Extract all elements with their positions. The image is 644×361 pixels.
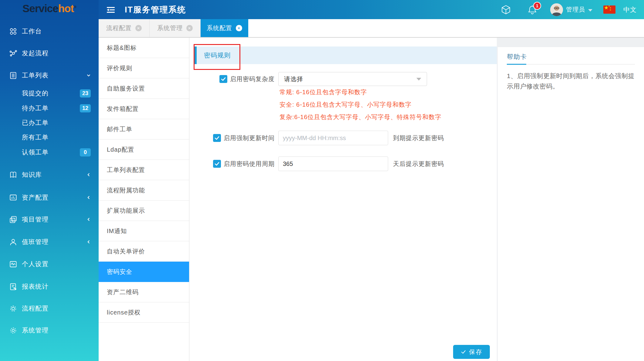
settings-item-im-notify[interactable]: IM通知: [99, 221, 189, 241]
sidebar-item-personal-settings[interactable]: 个人设置: [0, 257, 99, 271]
checkbox-enable-force-update[interactable]: [213, 134, 221, 142]
sidebar-subitem-claim[interactable]: 认领工单 0: [0, 146, 99, 159]
field-label: 启用密码复杂度: [230, 75, 275, 83]
sidebar-item-label: 系统管理: [22, 326, 49, 335]
sidebar-item-project-mgmt[interactable]: 项目管理: [0, 212, 99, 227]
settings-item-outbox[interactable]: 发件箱配置: [99, 99, 189, 119]
sidebar-subitem-todo[interactable]: 待办工单 12: [0, 102, 99, 115]
sidebar-collapse-icon[interactable]: [105, 5, 116, 15]
sidebar-subitem-done[interactable]: 已办工单: [0, 116, 99, 129]
password-cycle-days-input[interactable]: [278, 156, 388, 171]
section-header: 密码规则: [195, 46, 497, 64]
sidebar-subitem-all[interactable]: 所有工单: [0, 131, 99, 144]
settings-item-extension-display[interactable]: 扩展功能展示: [99, 201, 189, 221]
settings-item-auto-close-rating[interactable]: 自动关单评价: [99, 241, 189, 262]
settings-item-password-security[interactable]: 密码安全: [99, 262, 189, 282]
settings-item-process-attach[interactable]: 流程附属功能: [99, 180, 189, 201]
section-accent-bar: [195, 46, 197, 64]
flow-icon: [9, 49, 17, 57]
close-icon[interactable]: ✕: [236, 25, 242, 31]
settings-item-license[interactable]: license授权: [99, 302, 189, 323]
book-icon: [9, 171, 17, 179]
sidebar-item-label: 个人设置: [22, 260, 49, 268]
check-icon: [461, 349, 466, 355]
settings-item-title-icon[interactable]: 标题&图标: [99, 38, 189, 58]
help-card-panel: 帮助卡 1、启用强制更新时间到期后，系统会强制提示用户修改密码。: [498, 47, 644, 361]
hint-complex: 复杂:6-16位且包含大写字母、小写字母、特殊符号和数字: [280, 113, 442, 121]
sidebar-item-process-config[interactable]: 流程配置: [0, 301, 99, 316]
settings-item-workorder-list-config[interactable]: 工单列表配置: [99, 160, 189, 180]
field-suffix: 到期提示更新密码: [393, 134, 444, 142]
bar-chart-icon: [9, 194, 17, 202]
checkbox-enable-cycle[interactable]: [213, 160, 221, 168]
sidebar-item-knowledge-base[interactable]: 知识库: [0, 167, 99, 182]
language-switcher[interactable]: 中文: [623, 5, 637, 14]
sidebar-item-workbench[interactable]: 工作台: [0, 24, 99, 39]
sidebar-item-label: 值班管理: [22, 238, 49, 246]
open-tabs-bar: 流程配置 ✕ 系统管理 ✕ 系统配置 ✕: [99, 19, 644, 38]
report-icon: [9, 283, 17, 291]
close-icon[interactable]: ✕: [186, 25, 193, 31]
complexity-select[interactable]: 请选择: [278, 72, 427, 86]
package-cube-icon[interactable]: [501, 5, 511, 15]
settings-item-asset-qrcode[interactable]: 资产二维码: [99, 282, 189, 302]
tab-system-mgmt[interactable]: 系统管理 ✕: [150, 19, 201, 37]
hint-secure: 安全: 6-16位且包含大写字母、小写字母和数字: [280, 101, 412, 109]
sidebar-item-report-stats[interactable]: 报表统计: [0, 279, 99, 294]
save-button-label: 保存: [469, 348, 483, 356]
force-update-datetime-input[interactable]: [278, 131, 388, 145]
sidebar-item-duty-mgmt[interactable]: 值班管理: [0, 235, 99, 249]
app-title: IT服务管理系统: [125, 4, 186, 15]
count-badge: 12: [80, 104, 91, 112]
settings-item-mail-ticket[interactable]: 邮件工单: [99, 119, 189, 139]
sidebar-item-label: 发起流程: [22, 49, 49, 57]
close-icon[interactable]: ✕: [135, 25, 142, 31]
sidebar-item-start-process[interactable]: 发起流程: [0, 46, 99, 60]
tab-process-config[interactable]: 流程配置 ✕: [99, 19, 150, 37]
settings-item-rating-rules[interactable]: 评价规则: [99, 58, 189, 78]
password-rules-panel: 密码规则 启用密码复杂度 请选择 常规: 6-16位且包含字母和数字 安全: 6…: [189, 38, 497, 361]
user-name[interactable]: 管理员: [566, 5, 585, 14]
sidebar-subitem-label: 我提交的: [22, 89, 49, 98]
checkbox-enable-complexity[interactable]: [219, 75, 227, 83]
content-region: 密码规则 启用密码复杂度 请选择 常规: 6-16位且包含字母和数字 安全: 6…: [189, 38, 644, 361]
china-flag-icon[interactable]: ★★★★: [603, 5, 615, 14]
sidebar-item-system-mgmt[interactable]: 系统管理: [0, 323, 99, 338]
help-card-title: 帮助卡: [507, 53, 527, 61]
tab-system-config[interactable]: 系统配置 ✕: [201, 19, 248, 37]
sidebar-item-label: 知识库: [22, 170, 42, 179]
chevron-left-icon: [86, 195, 91, 200]
person-icon: [9, 238, 17, 246]
select-caret-icon: [416, 78, 421, 81]
settings-item-ldap[interactable]: Ldap配置: [99, 139, 189, 160]
help-card-text: 1、启用强制更新时间到期后，系统会强制提示用户修改密码。: [507, 71, 637, 91]
top-header: IT服务管理系统 1 管理员 ★★★★ 中文: [99, 0, 644, 19]
chevron-down-icon: [86, 73, 91, 78]
sidebar-item-workorder-list[interactable]: 工单列表: [0, 68, 99, 83]
servicehot-logo: Servicehot®: [0, 2, 99, 15]
documents-icon: [9, 215, 17, 224]
primary-sidebar: Servicehot® 工作台 发起流程 工单列表 我提交的 23: [0, 0, 99, 361]
sidebar-subitem-label: 认领工单: [22, 148, 49, 156]
grid-icon: [9, 27, 17, 36]
tab-label: 系统配置: [207, 24, 232, 32]
help-divider-accent: [507, 64, 526, 65]
sidebar-subitem-label: 所有工单: [22, 133, 49, 142]
sidebar-item-label: 项目管理: [22, 215, 49, 224]
sidebar-subitem-label: 已办工单: [22, 119, 49, 127]
activity-monitor-icon: [9, 260, 17, 268]
user-menu-caret-icon[interactable]: [588, 9, 592, 12]
row-password-cycle: 启用密码使用周期 天后提示更新密码: [189, 156, 497, 171]
sidebar-item-asset-config[interactable]: 资产配置: [0, 190, 99, 205]
field-label: 启用密码使用周期: [224, 160, 275, 168]
notification-bell-icon[interactable]: 1: [528, 5, 537, 15]
sidebar-subitem-my-submitted[interactable]: 我提交的 23: [0, 87, 99, 100]
user-avatar[interactable]: [550, 3, 563, 16]
sidebar-item-label: 资产配置: [22, 193, 49, 202]
count-badge: 23: [80, 89, 91, 98]
settings-item-selfservice[interactable]: 自助服务设置: [99, 78, 189, 99]
save-button[interactable]: 保存: [453, 345, 490, 359]
field-label: 启用强制更新时间: [224, 134, 275, 142]
header-right-cluster: 1 管理员 ★★★★ 中文: [501, 3, 644, 16]
row-force-update-time: 启用强制更新时间 到期提示更新密码: [189, 131, 497, 145]
